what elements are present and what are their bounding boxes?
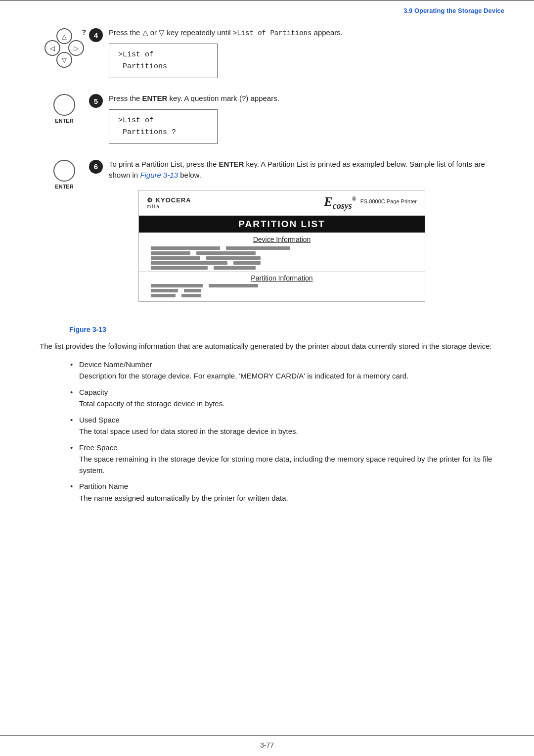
nav-right-icon: ▷ bbox=[68, 40, 84, 56]
kyocera-brand-text: ⚙ KYOCERA bbox=[147, 196, 191, 204]
step-4-number: 4 bbox=[89, 28, 103, 42]
step-5-number: 5 bbox=[89, 94, 103, 108]
nav-cluster: △ ◁ ▷ ▽ ? bbox=[44, 28, 84, 68]
device-data-block-3a bbox=[151, 256, 200, 260]
ecosys-logo: Ecosys® FS-8000C Page Printer bbox=[324, 194, 417, 211]
step-5-icon-col: ENTER bbox=[40, 94, 89, 124]
device-data-block-1b bbox=[226, 246, 290, 250]
device-data-block-2b bbox=[196, 251, 256, 255]
bullet-title-3: Used Space bbox=[79, 416, 120, 424]
partition-block-1a bbox=[151, 284, 203, 287]
device-info-title: Device Information bbox=[147, 236, 417, 243]
bullet-desc-3: The total space used for data stored in … bbox=[79, 426, 494, 437]
step-5-bold: ENTER bbox=[142, 94, 168, 102]
step-4-code: >List of Partitions bbox=[233, 29, 312, 37]
device-data-row-3 bbox=[151, 256, 413, 260]
device-data-block-4a bbox=[151, 261, 227, 265]
step-6-text: To print a Partition List, press the ENT… bbox=[109, 159, 494, 181]
device-data-row-5 bbox=[151, 266, 413, 270]
bullet-title-2: Capacity bbox=[79, 388, 108, 396]
kyocera-logo: ⚙ KYOCERA mita bbox=[147, 196, 191, 209]
mita-sub-text: mita bbox=[147, 204, 160, 209]
bottom-border bbox=[0, 735, 534, 736]
top-border bbox=[0, 0, 534, 1]
step-4-lcd-line2: Partitions bbox=[118, 62, 167, 71]
enter-icon-wrap: ENTER bbox=[53, 94, 75, 124]
body-paragraph: The list provides the following informat… bbox=[40, 340, 494, 352]
enter-circle-icon bbox=[53, 94, 75, 116]
page-number: 3-77 bbox=[260, 741, 274, 749]
step-6-figure-ref: Figure 3-13 bbox=[140, 171, 178, 179]
partition-info-section: Partition Information bbox=[139, 272, 425, 301]
device-data-block-5a bbox=[151, 266, 208, 270]
list-item-1: Device Name/Number Description for the s… bbox=[79, 359, 494, 382]
step-6-row: ENTER 6 To print a Partition List, press… bbox=[40, 159, 494, 311]
step-6-icon-col: ENTER bbox=[40, 160, 89, 189]
ecosys-brand-text: Ecosys® bbox=[324, 194, 356, 209]
partition-list-figure: ⚙ KYOCERA mita Ecosys® FS-8000C Page Pri… bbox=[138, 190, 425, 302]
left-arrow: ◁ bbox=[50, 45, 55, 52]
step-4-lcd: >List of Partitions bbox=[109, 44, 218, 78]
enter-label: ENTER bbox=[55, 118, 73, 124]
right-arrow: ▷ bbox=[74, 45, 79, 52]
bullet-title-1: Device Name/Number bbox=[79, 360, 152, 369]
step-6-bold: ENTER bbox=[219, 160, 244, 168]
up-arrow: △ bbox=[62, 33, 67, 40]
step-6-content: To print a Partition List, press the ENT… bbox=[109, 159, 494, 311]
step-5-row: ENTER 5 Press the ENTER key. A question … bbox=[40, 93, 494, 144]
step-6-enter-label: ENTER bbox=[55, 184, 73, 189]
list-item-5: Partition Name The name assigned automat… bbox=[79, 481, 494, 504]
partition-data-rows bbox=[147, 284, 417, 297]
partition-title-bar: PARTITION LIST bbox=[139, 216, 425, 233]
partition-title-text: PARTITION LIST bbox=[238, 219, 325, 229]
step-5-number-col: 5 bbox=[89, 93, 109, 108]
partition-block-2b bbox=[184, 289, 201, 292]
device-data-block-2a bbox=[151, 251, 190, 255]
down-arrow: ▽ bbox=[62, 56, 67, 64]
bullet-desc-1: Description for the storage device. For … bbox=[79, 371, 494, 382]
partition-data-row-3 bbox=[151, 294, 413, 297]
step-5-content: Press the ENTER key. A question mark (?)… bbox=[109, 93, 494, 144]
figure-header-row: ⚙ KYOCERA mita Ecosys® FS-8000C Page Pri… bbox=[139, 190, 425, 216]
bullet-title-4: Free Space bbox=[79, 443, 118, 452]
printer-model-text: FS-8000C Page Printer bbox=[360, 198, 417, 204]
bullet-title-5: Partition Name bbox=[79, 482, 128, 490]
page-content: △ ◁ ▷ ▽ ? 4 Press the △ or ▽ key repeate… bbox=[0, 0, 534, 548]
partition-block-3b bbox=[181, 294, 201, 297]
step-4-icon-col: △ ◁ ▷ ▽ ? bbox=[40, 28, 89, 68]
step-5-text: Press the ENTER key. A question mark (?)… bbox=[109, 93, 494, 104]
step-6-number: 6 bbox=[89, 160, 103, 174]
device-info-section: Device Information bbox=[139, 233, 425, 272]
header-title: 3.9 Operating the Storage Device bbox=[403, 7, 504, 14]
device-data-row-4 bbox=[151, 261, 413, 265]
header-section: 3.9 Operating the Storage Device bbox=[403, 6, 504, 14]
list-item-4: Free Space The space remaining in the st… bbox=[79, 442, 494, 476]
step-4-number-col: 4 bbox=[89, 27, 109, 42]
device-data-rows bbox=[147, 246, 417, 270]
nav-up-icon: △ bbox=[56, 28, 72, 44]
bullet-desc-4: The space remaining in the storage devic… bbox=[79, 454, 494, 476]
list-item-3: Used Space The total space used for data… bbox=[79, 415, 494, 437]
bullet-desc-5: The name assigned automatically by the p… bbox=[79, 493, 494, 504]
figure-label: Figure 3-13 bbox=[69, 326, 494, 333]
nav-down-icon: ▽ bbox=[56, 52, 72, 68]
step-5-lcd: >List of Partitions ? bbox=[109, 109, 218, 144]
step-5-lcd-line2: Partitions ? bbox=[118, 128, 176, 137]
partition-data-row-1 bbox=[151, 284, 413, 287]
bullet-list: Device Name/Number Description for the s… bbox=[79, 359, 494, 504]
step-4-content: Press the △ or ▽ key repeatedly until >L… bbox=[109, 27, 494, 78]
device-data-block-3b bbox=[206, 256, 261, 260]
device-data-row-2 bbox=[151, 251, 413, 255]
step-6-enter-icon: ENTER bbox=[53, 160, 75, 189]
step-4-row: △ ◁ ▷ ▽ ? 4 Press the △ or ▽ key repeate… bbox=[40, 27, 494, 78]
partition-data-row-2 bbox=[151, 289, 413, 292]
step-6-number-col: 6 bbox=[89, 159, 109, 174]
list-item-2: Capacity Total capacity of the storage d… bbox=[79, 387, 494, 410]
step-4-text: Press the △ or ▽ key repeatedly until >L… bbox=[109, 27, 494, 39]
nav-left-icon: ◁ bbox=[44, 40, 60, 56]
step-5-lcd-line1: >List of bbox=[118, 116, 154, 125]
step-6-enter-circle bbox=[53, 160, 75, 182]
partition-info-title: Partition Information bbox=[147, 274, 417, 282]
partition-block-1b bbox=[209, 284, 258, 287]
bullet-desc-2: Total capacity of the storage device in … bbox=[79, 398, 494, 410]
